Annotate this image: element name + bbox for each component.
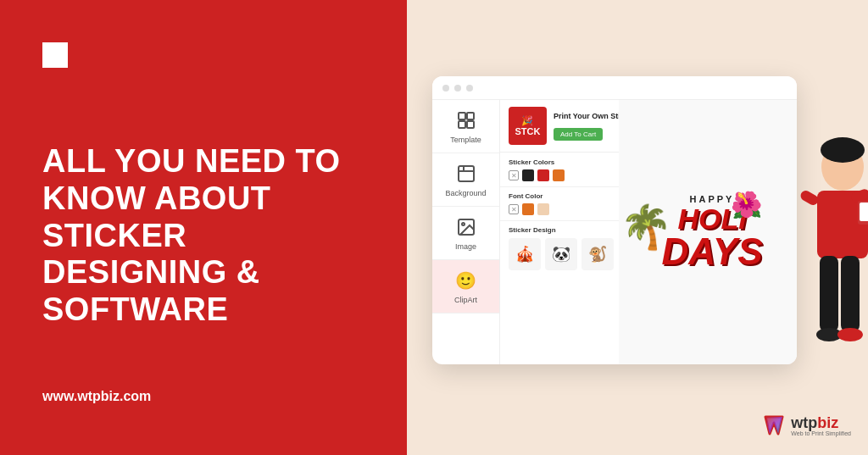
browser-bar [432, 76, 797, 100]
template-icon [454, 108, 478, 132]
logo-brand-text: wtpbiz [791, 415, 851, 430]
image-icon [454, 215, 478, 239]
sidebar-label-image: Image [455, 242, 476, 251]
sidebar: Template Background [432, 100, 500, 364]
font-swatch-orange[interactable] [522, 203, 534, 215]
browser-content: Template Background [432, 100, 797, 364]
add-to-cart-button[interactable]: Add To Cart [554, 128, 603, 141]
logo-w-icon [761, 413, 787, 438]
svg-point-6 [462, 223, 465, 225]
sidebar-label-background: Background [445, 189, 486, 197]
svg-point-17 [837, 328, 863, 341]
font-color-label: Font Color [509, 192, 542, 200]
sidebar-label-clipart: ClipArt [454, 296, 477, 304]
close-icon[interactable]: ✕ [509, 170, 519, 180]
right-panel: Template Background [407, 0, 868, 455]
svg-rect-4 [459, 166, 474, 181]
svg-rect-1 [467, 113, 474, 119]
svg-rect-15 [841, 256, 860, 332]
sidebar-item-background[interactable]: Background [432, 153, 499, 207]
website-url: www.wtpbiz.com [42, 389, 151, 404]
character-illustration [766, 116, 868, 455]
sticker-graphic: 🌴 🌺 HAPPY HOLI DAYS [637, 194, 780, 270]
flower-icon: 🌺 [731, 190, 762, 219]
swatch-orange[interactable] [553, 169, 565, 181]
design-thumb-1[interactable]: 🎪 [509, 238, 541, 270]
svg-rect-0 [459, 113, 465, 119]
sidebar-item-clipart[interactable]: 🙂 ClipArt [432, 260, 499, 314]
svg-rect-13 [860, 203, 868, 221]
swatch-red[interactable] [537, 169, 549, 181]
sidebar-item-template[interactable]: Template [432, 100, 499, 153]
font-swatch-peach[interactable] [537, 203, 549, 215]
wtpbiz-logo: wtpbiz Web to Print Simplified [761, 413, 851, 438]
main-heading: ALL YOU NEED TO KNOW ABOUT STICKER DESIG… [42, 143, 364, 328]
design-thumb-3[interactable]: 🐒 [581, 238, 614, 270]
logo-tagline: Web to Print Simplified [791, 430, 851, 436]
sidebar-item-image[interactable]: Image [432, 207, 499, 260]
close-icon-font[interactable]: ✕ [509, 204, 519, 214]
logo-text-group: wtpbiz Web to Print Simplified [791, 415, 851, 436]
design-thumb-2[interactable]: 🐼 [545, 238, 577, 270]
svg-rect-14 [820, 256, 838, 332]
left-panel: ALL YOU NEED TO KNOW ABOUT STICKER DESIG… [0, 0, 407, 455]
clipart-icon: 🙂 [454, 269, 478, 292]
background-icon [454, 162, 478, 186]
browser-dot-2 [454, 85, 461, 92]
decorative-square [42, 42, 68, 68]
svg-rect-2 [459, 121, 465, 128]
swatch-black[interactable] [522, 169, 534, 181]
product-thumbnail: 🎉STCK [509, 107, 547, 145]
browser-dot-1 [442, 85, 449, 92]
logo-biz: biz [817, 414, 838, 431]
sidebar-label-template: Template [450, 136, 481, 144]
palm-icon: 🌴 [620, 203, 672, 252]
days-text: DAYS [662, 233, 763, 270]
browser-dot-3 [466, 85, 473, 92]
logo-wtp: wtp [791, 414, 817, 431]
svg-rect-3 [467, 121, 474, 128]
browser-window: Template Background [432, 76, 797, 364]
svg-point-8 [821, 137, 865, 163]
svg-rect-10 [798, 189, 820, 207]
sticker-colors-label: Sticker Colors [509, 158, 554, 166]
